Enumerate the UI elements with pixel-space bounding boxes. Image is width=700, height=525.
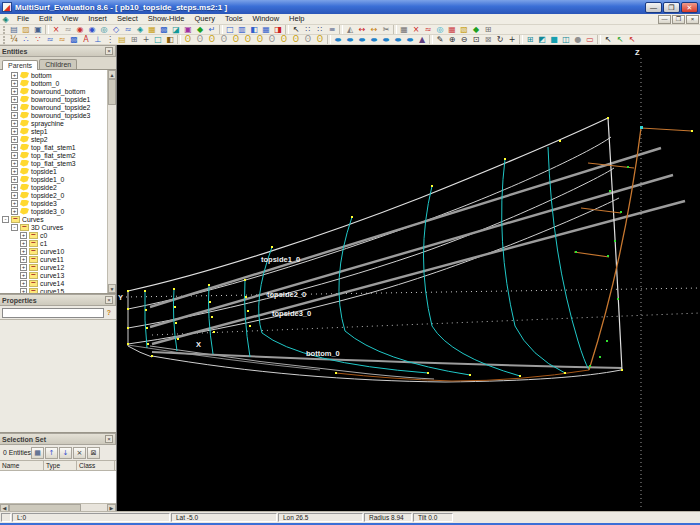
- zoom-select-icon[interactable]: ✎: [434, 35, 446, 45]
- expander-icon[interactable]: +: [11, 88, 18, 95]
- zoom-out-icon[interactable]: ⊖: [458, 35, 470, 45]
- expander-icon[interactable]: +: [20, 240, 27, 247]
- menu-item[interactable]: Tools: [220, 14, 248, 24]
- orbit-icon[interactable]: ◎: [434, 25, 446, 35]
- curvature-icon[interactable]: ≈: [422, 25, 434, 35]
- tree-item[interactable]: + top_flat_stem2: [0, 151, 106, 159]
- tab-parents[interactable]: Parents: [2, 60, 38, 70]
- maximize-button[interactable]: ❐: [663, 2, 680, 13]
- expander-icon[interactable]: +: [11, 200, 18, 207]
- expander-icon[interactable]: +: [11, 136, 18, 143]
- menu-item[interactable]: File: [12, 14, 34, 24]
- tree-item[interactable]: + c1: [0, 239, 106, 247]
- expander-icon[interactable]: +: [11, 152, 18, 159]
- view-perspective-icon[interactable]: ●: [404, 37, 416, 43]
- invert-visibility-icon[interactable]: ʘ: [278, 35, 290, 45]
- show-mesh-icon[interactable]: ▤: [116, 35, 128, 45]
- tree-item[interactable]: + curve11: [0, 255, 106, 263]
- show-points-icon[interactable]: ∴: [20, 35, 32, 45]
- close-icon[interactable]: ×: [105, 435, 113, 443]
- clear-all-icon[interactable]: ⊠: [87, 447, 100, 459]
- expander-icon[interactable]: +: [20, 280, 27, 287]
- refresh-icon[interactable]: ◆: [470, 25, 482, 35]
- expander-icon[interactable]: -: [11, 224, 18, 231]
- minimize-button[interactable]: —: [645, 2, 662, 13]
- zoom-in-icon[interactable]: ⊕: [446, 35, 458, 45]
- select-pointer-icon[interactable]: ↖: [290, 25, 302, 35]
- tree-item[interactable]: + curve10: [0, 247, 106, 255]
- toolbar-icon[interactable]: [45, 25, 49, 34]
- close-window-icon[interactable]: ◨: [272, 25, 284, 35]
- move-up-icon[interactable]: ↑: [45, 447, 58, 459]
- ccurve-icon[interactable]: ◈: [134, 25, 146, 35]
- transom-curves[interactable]: [336, 118, 692, 381]
- show-planes-icon[interactable]: □: [152, 35, 164, 45]
- hide-unselected-icon[interactable]: ʘ: [218, 35, 230, 45]
- display-wireframe-icon[interactable]: ⊞: [524, 35, 536, 45]
- close-icon[interactable]: ×: [105, 296, 113, 304]
- display-shaded-icon[interactable]: ◩: [536, 35, 548, 45]
- expander-icon[interactable]: +: [11, 160, 18, 167]
- zoom-extents-icon[interactable]: ⊠: [482, 35, 494, 45]
- pointer-remove-icon[interactable]: ↖: [626, 35, 638, 45]
- magnet-icon[interactable]: ◇: [110, 25, 122, 35]
- menu-item[interactable]: Query: [189, 14, 219, 24]
- tree-item[interactable]: + top_flat_stem1: [0, 143, 106, 151]
- tree-item[interactable]: + topside1_0: [0, 175, 106, 183]
- nudge-right-icon[interactable]: ↔: [368, 25, 380, 35]
- column-header[interactable]: Class: [77, 461, 115, 470]
- open-folder-icon[interactable]: ▨: [20, 25, 32, 35]
- tree-item[interactable]: - 3D Curves: [0, 223, 106, 231]
- view-back-icon[interactable]: ●: [392, 37, 404, 43]
- mesh-icon[interactable]: ▦: [446, 25, 458, 35]
- snake-icon[interactable]: ▦: [146, 25, 158, 35]
- tree-item[interactable]: + top_flat_stem3: [0, 159, 106, 167]
- mdi-close-button[interactable]: ×: [686, 15, 699, 24]
- toolbar-icon[interactable]: [285, 25, 289, 34]
- select-net-icon[interactable]: ∷: [314, 25, 326, 35]
- show-selected-icon[interactable]: ʘ: [182, 35, 194, 45]
- scroll-thumb[interactable]: [108, 79, 116, 105]
- tree-item[interactable]: + c0: [0, 231, 106, 239]
- expander-icon[interactable]: +: [20, 272, 27, 279]
- expander-icon[interactable]: +: [11, 112, 18, 119]
- column-header[interactable]: Type: [44, 461, 77, 470]
- display-render-icon[interactable]: ●: [572, 35, 584, 45]
- surface-label-bottom[interactable]: bottom_0: [306, 349, 340, 358]
- show-normals-icon[interactable]: ⊥: [92, 35, 104, 45]
- snap-grid-icon[interactable]: ⊞: [482, 25, 494, 35]
- tree-item[interactable]: + bowround_topside2: [0, 103, 106, 111]
- view-front-icon[interactable]: ●: [344, 37, 356, 43]
- show-ticks-icon[interactable]: ⋮: [104, 35, 116, 45]
- show-symmetry-icon[interactable]: ◧: [164, 35, 176, 45]
- expander-icon[interactable]: +: [11, 184, 18, 191]
- display-clipping-icon[interactable]: ▭: [584, 35, 596, 45]
- toolbar-icon[interactable]: [339, 25, 343, 34]
- measure-icon[interactable]: ◭: [344, 25, 356, 35]
- tree-item[interactable]: + bottom_0: [0, 79, 106, 87]
- display-solid-icon[interactable]: ■: [548, 35, 560, 45]
- view-top-icon[interactable]: ●: [368, 37, 380, 43]
- tree-item[interactable]: + curve13: [0, 271, 106, 279]
- expander-icon[interactable]: +: [11, 176, 18, 183]
- cascade-windows-icon[interactable]: ▦: [260, 25, 272, 35]
- menu-item[interactable]: Help: [284, 14, 309, 24]
- tree-item[interactable]: + topside3: [0, 199, 106, 207]
- tree-item[interactable]: + topside2: [0, 183, 106, 191]
- step-offset-lines[interactable]: [150, 148, 685, 368]
- tree-item[interactable]: + curve14: [0, 279, 106, 287]
- expander-icon[interactable]: +: [11, 72, 18, 79]
- solid-icon[interactable]: ◪: [170, 25, 182, 35]
- show-unselected-icon[interactable]: ʘ: [206, 35, 218, 45]
- bead-icon[interactable]: ◉: [86, 25, 98, 35]
- select-fence-icon[interactable]: ∷: [302, 25, 314, 35]
- surface-label-topside3[interactable]: topside3_0: [272, 309, 311, 318]
- toolbar-icon[interactable]: [429, 35, 433, 44]
- tile-horizontal-icon[interactable]: ▥: [236, 25, 248, 35]
- toolbar-icon[interactable]: [519, 35, 523, 44]
- hull-longitudinal-curves[interactable]: [128, 118, 621, 382]
- expander-icon[interactable]: +: [20, 232, 27, 239]
- tree-item[interactable]: + bowround_topside1: [0, 95, 106, 103]
- texture-icon[interactable]: ▧: [458, 25, 470, 35]
- select-all-icon[interactable]: ≡: [326, 25, 338, 35]
